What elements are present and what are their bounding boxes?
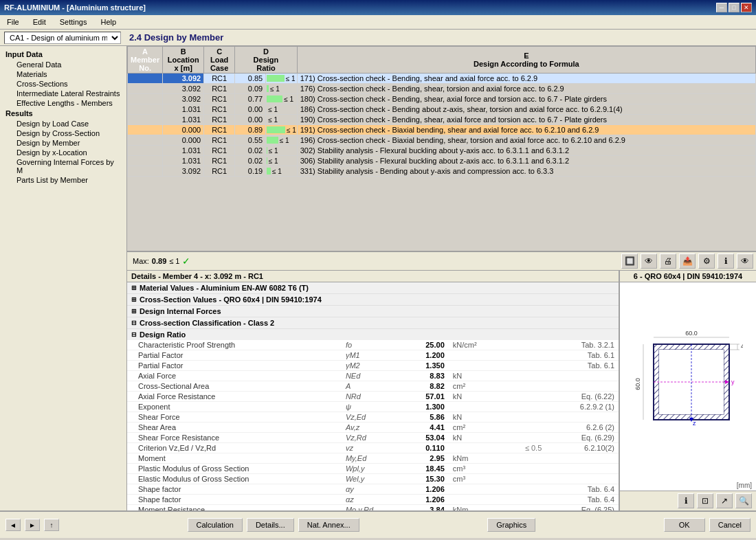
col-header-c[interactable]: CLoadCase	[204, 47, 235, 74]
table-row[interactable]: 3.092RC10.09≤ 1176) Cross-section check …	[128, 84, 756, 94]
detail-property-name: Axial Force	[127, 371, 342, 381]
minimize-btn[interactable]: ─	[716, 3, 727, 12]
cs-export-btn[interactable]: ↗	[716, 493, 733, 508]
sidebar-item-effective-lengths[interactable]: Effective Lengths - Members	[0, 98, 126, 108]
col-header-b[interactable]: BLocationx [m]	[163, 47, 204, 74]
detail-le	[503, 361, 546, 371]
max-value: 0.89	[152, 257, 166, 265]
menu-edit[interactable]: Edit	[29, 16, 50, 27]
cell-ratio: 0.02	[235, 146, 266, 156]
table-row[interactable]: 3.092RC10.19≤ 1331) Stability analysis -…	[128, 166, 756, 177]
cs-fit-btn[interactable]: ⊡	[697, 493, 713, 508]
cell-formula: 306) Stability analysis - Flexural buckl…	[297, 156, 755, 166]
svg-text:4.0: 4.0	[741, 343, 743, 350]
menu-bar: File Edit Settings Help	[0, 15, 756, 30]
detail-symbol: αz	[342, 495, 403, 505]
table-row[interactable]: 3.092RC10.77≤ 1180) Cross-section check …	[128, 94, 756, 104]
col-header-e[interactable]: EDesign According to Formula	[297, 47, 755, 74]
window-controls[interactable]: ─ □ ✕	[716, 3, 752, 12]
table-row[interactable]: 1.031RC10.00≤ 1186) Cross-section check …	[128, 104, 756, 115]
detail-le	[503, 495, 546, 505]
sidebar-item-design-cross-section[interactable]: Design by Cross-Section	[0, 128, 126, 138]
bottom-bar: ◄ ► ↑ Calculation Details... Nat. Annex.…	[0, 510, 756, 538]
col-header-d[interactable]: DDesignRatio	[235, 47, 298, 74]
view-btn-7[interactable]: 👁	[737, 254, 753, 269]
section-material-title[interactable]: ⊞ Material Values - Aluminium EN-AW 6082…	[127, 282, 619, 293]
cell-load-case: RC1	[204, 146, 235, 156]
table-row[interactable]: 1.031RC10.02≤ 1302) Stability analysis -…	[128, 146, 756, 156]
table-row[interactable]: 0.000RC10.89≤ 1191) Cross-section check …	[128, 125, 756, 135]
menu-help[interactable]: Help	[96, 16, 120, 27]
view-btn-2[interactable]: 👁	[641, 254, 657, 269]
table-row[interactable]: 1.031RC10.00≤ 1190) Cross-section check …	[128, 115, 756, 125]
section-cs-values-title[interactable]: ⊞ Cross-Section Values - QRO 60x4 | DIN …	[127, 294, 619, 305]
graphics-btn[interactable]: Graphics	[487, 518, 535, 532]
menu-settings[interactable]: Settings	[56, 16, 91, 27]
view-btn-3[interactable]: 🖨	[660, 254, 676, 269]
table-row[interactable]: 1.031RC10.02≤ 1306) Stability analysis -…	[128, 156, 756, 166]
cancel-btn[interactable]: Cancel	[709, 518, 751, 532]
cs-settings-btn[interactable]: 🔍	[735, 493, 752, 508]
nav-forward-btn[interactable]: ►	[25, 519, 40, 531]
detail-value: 53.04	[403, 433, 449, 443]
detail-row: Shear ForceVz,Ed5.86kN	[127, 412, 619, 423]
detail-row: Shear AreaAv,z4.41cm²6.2.6 (2)	[127, 423, 619, 433]
detail-unit: kN	[449, 371, 504, 381]
sidebar-item-lateral-restraints[interactable]: Intermediate Lateral Restraints	[0, 89, 126, 98]
view-btn-6[interactable]: ℹ	[718, 254, 734, 269]
detail-symbol: vz	[342, 443, 403, 453]
cell-location: 3.092	[163, 74, 204, 84]
section-ratio-title[interactable]: ⊟ Design Ratio	[127, 329, 619, 340]
col-header-a[interactable]: AMemberNo.	[128, 47, 163, 74]
section-int-forces-title[interactable]: ⊞ Design Internal Forces	[127, 306, 619, 317]
cs-info-btn[interactable]: ℹ	[678, 493, 694, 508]
detail-property-name: Partial Factor	[127, 350, 342, 361]
ok-btn[interactable]: OK	[664, 518, 705, 532]
sidebar-item-general-data[interactable]: General Data	[0, 60, 126, 69]
detail-property-name: Shape factor	[127, 484, 342, 495]
view-btn-5[interactable]: ⚙	[698, 254, 715, 269]
sidebar-item-parts-list[interactable]: Parts List by Member	[0, 175, 126, 185]
section-forces-label: Design Internal Forces	[140, 307, 221, 315]
maximize-btn[interactable]: □	[729, 3, 740, 12]
table-row[interactable]: 0.000RC10.55≤ 1196) Cross-section check …	[128, 135, 756, 146]
nat-annex-btn[interactable]: Nat. Annex...	[298, 518, 359, 532]
title-bar: RF-ALUMINIUM - [Aluminium structure] ─ □…	[0, 0, 756, 15]
cell-location: 0.000	[163, 135, 204, 146]
menu-file[interactable]: File	[3, 16, 23, 27]
sidebar-item-design-member[interactable]: Design by Member	[0, 138, 126, 148]
detail-row: Criterion Vz,Ed / Vz,Rdvz0.110≤ 0.56.2.1…	[127, 443, 619, 453]
detail-unit: kNm	[449, 505, 504, 511]
close-btn[interactable]: ✕	[741, 3, 752, 12]
detail-unit	[449, 443, 504, 453]
detail-row: Shear Force ResistanceVz,Rd53.04kNEq. (6…	[127, 433, 619, 443]
section-material: ⊞ Material Values - Aluminium EN-AW 6082…	[127, 282, 619, 294]
cell-ratio-bar: ≤ 1	[266, 104, 298, 115]
cell-member-no	[128, 156, 163, 166]
detail-value: 1.206	[403, 495, 449, 505]
sidebar: Input Data General Data Materials Cross-…	[0, 46, 127, 510]
sidebar-item-cross-sections[interactable]: Cross-Sections	[0, 79, 126, 89]
nav-up-btn[interactable]: ↑	[44, 519, 59, 531]
detail-value: 57.01	[403, 392, 449, 402]
detail-value: 8.82	[403, 381, 449, 392]
cell-ratio-bar: ≤ 1	[266, 74, 298, 84]
section-class-title[interactable]: ⊟ Cross-section Classification - Class 2	[127, 317, 619, 328]
detail-ref: 6.2.9.2 (1)	[546, 402, 619, 412]
sidebar-item-design-x-location[interactable]: Design by x-Location	[0, 148, 126, 157]
table-row[interactable]: 3.092RC10.85≤ 1171) Cross-section check …	[128, 74, 756, 84]
section-cross-section-values: ⊞ Cross-Section Values - QRO 60x4 | DIN …	[127, 294, 619, 306]
detail-ref: Eq. (6.25)	[546, 505, 619, 511]
view-btn-1[interactable]: 🔲	[621, 254, 638, 269]
sidebar-item-governing-forces[interactable]: Governing Internal Forces by M	[0, 157, 126, 175]
case-dropdown[interactable]: CA1 - Design of aluminium meml	[4, 32, 121, 44]
max-label: Max:	[133, 257, 149, 265]
calculation-btn[interactable]: Calculation	[188, 518, 243, 532]
nav-back-btn[interactable]: ◄	[5, 519, 21, 531]
sidebar-item-materials[interactable]: Materials	[0, 69, 126, 79]
view-btn-4[interactable]: 📤	[679, 254, 696, 269]
expand-icon-cs: ⊞	[131, 296, 137, 303]
detail-value: 2.95	[403, 453, 449, 464]
details-btn[interactable]: Details...	[247, 518, 294, 532]
sidebar-item-design-load-case[interactable]: Design by Load Case	[0, 119, 126, 128]
